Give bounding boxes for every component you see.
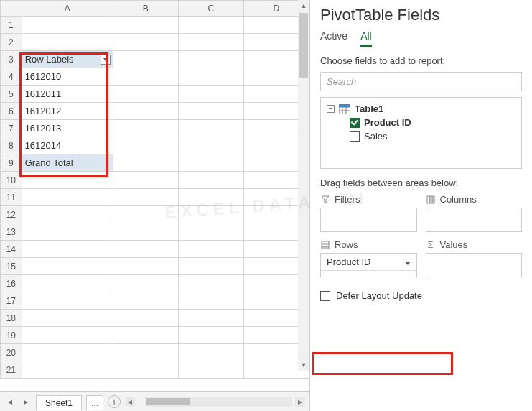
vertical-scrollbar[interactable]: ▲ ▼ (298, 0, 309, 371)
row-header[interactable]: 9 (1, 154, 22, 172)
cell[interactable] (113, 103, 178, 120)
cell[interactable] (178, 344, 243, 361)
cell[interactable] (113, 172, 178, 189)
col-header-a[interactable]: A (22, 1, 113, 17)
cell[interactable] (22, 223, 113, 241)
cell[interactable] (178, 17, 243, 34)
cell[interactable] (113, 310, 178, 327)
hscroll-left-icon[interactable]: ◂ (125, 397, 135, 407)
cell[interactable] (22, 172, 113, 189)
cell[interactable] (22, 189, 113, 206)
filters-area[interactable]: Filters (320, 194, 417, 232)
cell[interactable] (113, 120, 178, 137)
cell[interactable] (22, 17, 113, 34)
collapse-icon[interactable]: − (327, 105, 335, 113)
cell[interactable] (113, 327, 178, 344)
sheet-tab-more[interactable]: ... (86, 395, 103, 410)
row-header[interactable]: 18 (1, 310, 22, 327)
tab-all-label[interactable]: All (360, 30, 372, 47)
cell[interactable] (113, 275, 178, 292)
sheet-nav-next-icon[interactable]: ▸ (20, 395, 32, 408)
cell[interactable] (178, 292, 243, 310)
row-header[interactable]: 20 (1, 344, 22, 361)
cell[interactable] (113, 258, 178, 275)
cell[interactable] (22, 310, 113, 327)
add-sheet-button[interactable]: + (108, 395, 121, 408)
select-all-corner[interactable] (1, 1, 22, 17)
pivot-row-labels-header[interactable]: Row Labels (22, 51, 113, 68)
cell[interactable] (113, 86, 178, 103)
cell[interactable] (113, 223, 178, 241)
chevron-down-icon[interactable] (405, 257, 411, 267)
pivot-value-cell[interactable]: 1612011 (22, 86, 113, 103)
cell[interactable] (178, 34, 243, 51)
pivot-value-cell[interactable]: 1612013 (22, 120, 113, 137)
cell[interactable] (178, 154, 243, 172)
cell[interactable] (113, 292, 178, 310)
cell[interactable] (178, 86, 243, 103)
col-header-c[interactable]: C (178, 1, 243, 17)
scroll-down-icon[interactable]: ▼ (298, 359, 309, 371)
row-header[interactable]: 10 (1, 172, 22, 189)
cell[interactable] (178, 68, 243, 86)
horizontal-scrollbar[interactable]: ◂ ▸ (125, 397, 305, 407)
pivot-value-cell[interactable]: 1612010 (22, 68, 113, 86)
row-header[interactable]: 19 (1, 327, 22, 344)
cell[interactable] (113, 137, 178, 154)
pivot-grand-total[interactable]: Grand Total (22, 154, 113, 172)
row-header[interactable]: 16 (1, 275, 22, 292)
field-item[interactable]: Sales (325, 129, 517, 143)
tab-active-label[interactable]: Active (320, 30, 347, 47)
cell[interactable] (178, 137, 243, 154)
cell[interactable] (113, 206, 178, 223)
cell[interactable] (178, 275, 243, 292)
cell[interactable] (178, 172, 243, 189)
row-header[interactable]: 5 (1, 86, 22, 103)
cell[interactable] (22, 275, 113, 292)
cell[interactable] (178, 310, 243, 327)
worksheet-grid[interactable]: A B C D 123Row Labels4161201051612011616… (0, 0, 309, 379)
field-checkbox[interactable] (350, 131, 360, 142)
cell[interactable] (22, 344, 113, 361)
values-area[interactable]: Σ Values (426, 239, 523, 277)
field-checkbox[interactable] (350, 118, 360, 128)
cell[interactable] (113, 34, 178, 51)
row-header[interactable]: 21 (1, 361, 22, 379)
sheet-tab-active[interactable]: Sheet1 (36, 395, 82, 410)
row-header[interactable]: 12 (1, 206, 22, 223)
row-header[interactable]: 15 (1, 258, 22, 275)
field-item[interactable]: Product ID (325, 116, 517, 129)
scroll-up-icon[interactable]: ▲ (298, 0, 309, 11)
cell[interactable] (178, 258, 243, 275)
rows-dropzone[interactable]: Product ID (320, 253, 417, 277)
cell[interactable] (178, 223, 243, 241)
cell[interactable] (22, 258, 113, 275)
row-header[interactable]: 7 (1, 120, 22, 137)
cell[interactable] (113, 361, 178, 379)
row-header[interactable]: 13 (1, 223, 22, 241)
pivot-value-cell[interactable]: 1612012 (22, 103, 113, 120)
cell[interactable] (178, 120, 243, 137)
field-search-input[interactable]: Search (320, 72, 522, 91)
cell[interactable] (22, 206, 113, 223)
cell[interactable] (113, 241, 178, 258)
cell[interactable] (178, 206, 243, 223)
cell[interactable] (178, 241, 243, 258)
cell[interactable] (22, 361, 113, 379)
pivot-value-cell[interactable]: 1612014 (22, 137, 113, 154)
defer-checkbox[interactable] (320, 291, 330, 301)
row-header[interactable]: 3 (1, 51, 22, 68)
row-header[interactable]: 6 (1, 103, 22, 120)
cell[interactable] (178, 361, 243, 379)
row-header[interactable]: 17 (1, 292, 22, 310)
scroll-thumb[interactable] (299, 13, 308, 78)
cell[interactable] (113, 189, 178, 206)
filters-dropzone[interactable] (320, 208, 417, 232)
table-node[interactable]: − Table1 (325, 102, 517, 116)
row-header[interactable]: 14 (1, 241, 22, 258)
col-header-b[interactable]: B (113, 1, 178, 17)
row-header[interactable]: 2 (1, 34, 22, 51)
row-header[interactable]: 4 (1, 68, 22, 86)
cell[interactable] (22, 241, 113, 258)
columns-area[interactable]: Columns (426, 194, 523, 232)
